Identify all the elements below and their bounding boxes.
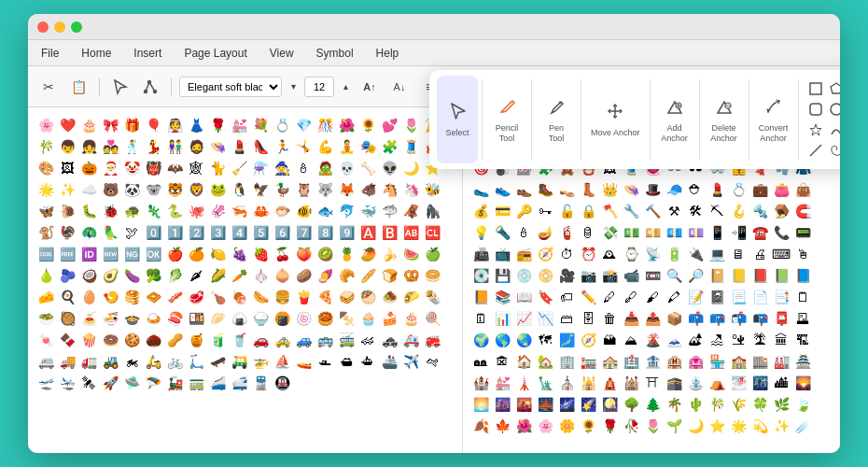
emoji-item[interactable]: ⚒ — [664, 201, 684, 221]
emoji-item[interactable]: 🐴 — [379, 179, 399, 200]
emoji-item[interactable]: 🧭 — [535, 244, 555, 264]
font-size-input[interactable] — [304, 77, 334, 97]
emoji-item[interactable]: 🐒 — [35, 222, 56, 243]
emoji-item[interactable]: 📮 — [771, 308, 791, 329]
emoji-item[interactable]: 🍃 — [792, 394, 813, 415]
emoji-item[interactable]: 🛳 — [336, 351, 357, 372]
emoji-item[interactable]: 🌎 — [492, 330, 512, 350]
emoji-item[interactable]: 🎁 — [121, 115, 142, 135]
font-size-down[interactable]: ▾ — [286, 74, 301, 100]
emoji-item[interactable]: 🕊 — [121, 222, 142, 243]
emoji-item[interactable]: 🆖 — [121, 244, 142, 264]
emoji-item[interactable]: 🌵 — [685, 394, 706, 415]
emoji-item[interactable]: 🍆 — [121, 265, 142, 286]
emoji-item[interactable]: 🦈 — [379, 201, 399, 221]
emoji-item[interactable]: 💿 — [513, 265, 534, 286]
emoji-item[interactable]: 🚒 — [422, 330, 442, 350]
emoji-item[interactable]: 🥐 — [336, 265, 357, 286]
emoji-item[interactable]: 🌆 — [492, 394, 512, 415]
menu-help[interactable]: Help — [372, 45, 403, 62]
paste-button[interactable]: 📋 — [65, 74, 91, 100]
emoji-item[interactable]: 🔍 — [664, 265, 684, 286]
emoji-item[interactable]: 🚃 — [186, 373, 206, 393]
emoji-item[interactable]: 🥥 — [78, 265, 99, 286]
emoji-item[interactable]: ⛏ — [707, 201, 727, 221]
emoji-item[interactable]: 🏠 — [513, 351, 534, 372]
emoji-item[interactable]: 🍞 — [379, 265, 399, 286]
emoji-item[interactable]: 🍭 — [422, 308, 442, 329]
emoji-item[interactable]: 📕 — [749, 265, 770, 286]
emoji-item[interactable]: 🚌 — [315, 330, 335, 350]
font-size-up[interactable]: ▴ — [338, 74, 353, 100]
emoji-item[interactable]: 🛩 — [422, 351, 442, 372]
emoji-item[interactable]: 🤸 — [293, 136, 314, 157]
emoji-item[interactable]: 🏕 — [685, 330, 706, 350]
emoji-item[interactable]: 🦃 — [57, 222, 77, 243]
emoji-item[interactable]: 💐 — [250, 115, 271, 135]
emoji-item[interactable]: 🔩 — [749, 201, 770, 221]
emoji-item[interactable]: 2️⃣ — [186, 222, 206, 243]
emoji-item[interactable]: 🌿 — [771, 394, 791, 415]
emoji-item[interactable]: 🗾 — [556, 330, 577, 350]
emoji-item[interactable]: 🍓 — [250, 244, 271, 264]
emoji-item[interactable]: 💶 — [664, 222, 684, 243]
emoji-item[interactable]: 🕺 — [121, 136, 142, 157]
emoji-item[interactable]: 🥮 — [315, 308, 335, 329]
emoji-item[interactable]: 🥬 — [164, 265, 185, 286]
emoji-item[interactable]: 🍍 — [336, 244, 357, 264]
emoji-item[interactable]: 🐨 — [143, 179, 163, 200]
emoji-item[interactable]: 🥩 — [186, 287, 206, 307]
emoji-item[interactable]: 🐧 — [229, 179, 249, 200]
emoji-item[interactable]: 🍗 — [207, 287, 228, 307]
emoji-item[interactable]: 💸 — [599, 222, 620, 243]
emoji-item[interactable]: 💃 — [143, 136, 163, 157]
emoji-item[interactable]: ✨ — [57, 179, 77, 200]
emoji-item[interactable]: ⛑ — [685, 179, 706, 200]
emoji-item[interactable]: 💒 — [229, 115, 249, 135]
emoji-item[interactable]: 🏚 — [492, 351, 512, 372]
emoji-item[interactable]: 🪝 — [728, 201, 749, 221]
emoji-item[interactable]: 🐼 — [121, 179, 142, 200]
emoji-item[interactable]: ⚗️ — [250, 158, 271, 178]
emoji-item[interactable]: 🥝 — [315, 244, 335, 264]
emoji-item[interactable]: 🍂 — [470, 416, 491, 436]
emoji-item[interactable]: ⭐ — [707, 416, 727, 436]
emoji-item[interactable]: 🎨 — [35, 158, 56, 178]
emoji-item[interactable]: 🏩 — [685, 351, 706, 372]
emoji-item[interactable]: 🛥 — [315, 351, 335, 372]
emoji-item[interactable]: 🍜 — [100, 308, 120, 329]
emoji-item[interactable]: 🦀 — [250, 201, 271, 221]
emoji-item[interactable]: 🦧 — [400, 201, 421, 221]
emoji-item[interactable]: 🌇 — [513, 394, 534, 415]
emoji-item[interactable]: 🐞 — [100, 201, 120, 221]
emoji-item[interactable]: 🍀 — [749, 394, 770, 415]
emoji-item[interactable]: 🌱 — [664, 416, 684, 436]
emoji-item[interactable]: 🍑 — [293, 244, 314, 264]
emoji-item[interactable]: 🖋 — [621, 287, 641, 307]
emoji-item[interactable]: 💼 — [749, 179, 770, 200]
emoji-item[interactable]: 🎥 — [556, 265, 577, 286]
emoji-item[interactable]: 1️⃣ — [164, 222, 185, 243]
emoji-item[interactable]: 🧲 — [792, 201, 813, 221]
emoji-item[interactable]: 🦚 — [78, 222, 99, 243]
emoji-item[interactable]: 📫 — [685, 308, 706, 329]
emoji-item[interactable]: 🍚 — [250, 308, 271, 329]
emoji-item[interactable]: 👛 — [771, 179, 791, 200]
emoji-item[interactable]: 🥦 — [143, 265, 163, 286]
emoji-item[interactable]: 📹 — [621, 265, 641, 286]
emoji-item[interactable]: 🎩 — [642, 179, 663, 200]
emoji-item[interactable]: 📔 — [707, 265, 727, 286]
emoji-item[interactable]: 🐺 — [315, 179, 335, 200]
emoji-item[interactable]: 5️⃣ — [250, 222, 271, 243]
emoji-item[interactable]: 🛢 — [578, 222, 598, 243]
emoji-item[interactable]: 🐸 — [207, 179, 228, 200]
emoji-item[interactable]: 🍩 — [100, 330, 120, 350]
emoji-item[interactable]: 🦇 — [164, 158, 185, 178]
emoji-item[interactable]: 🏗 — [792, 330, 813, 350]
cursor-tool[interactable] — [107, 74, 133, 100]
emoji-item[interactable]: 🏨 — [664, 351, 684, 372]
emoji-item[interactable]: 🧄 — [250, 265, 271, 286]
emoji-item[interactable]: 👠 — [250, 136, 271, 157]
emoji-item[interactable]: 🛬 — [57, 373, 77, 393]
emoji-item[interactable]: 📗 — [771, 265, 791, 286]
